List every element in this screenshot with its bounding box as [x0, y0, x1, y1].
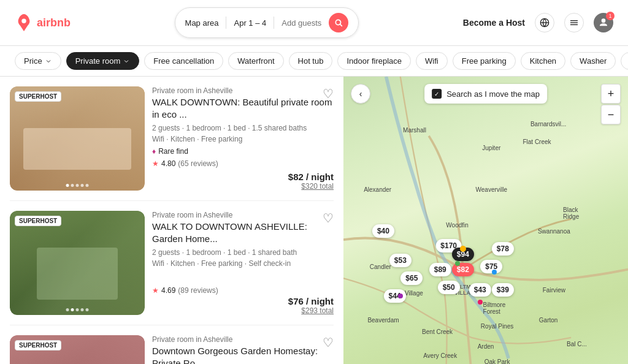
listing-type: Private room in Asheville	[152, 86, 334, 95]
become-host-link[interactable]: Become a Host	[463, 18, 525, 28]
superhost-badge: SUPERHOST	[15, 216, 61, 226]
map-city-label: Marshall	[403, 127, 426, 134]
dot	[81, 308, 84, 311]
dot	[76, 308, 79, 311]
listing-type: Private room in Asheville	[152, 335, 334, 344]
map-price-pin[interactable]: $89	[429, 263, 451, 276]
airbnb-logo-icon	[15, 13, 33, 32]
filter-price[interactable]: Price	[15, 52, 61, 70]
listing-info-3: ♡ Private room in Asheville Downtown Gor…	[152, 335, 334, 364]
listing-rating: ★ 4.69 (89 reviews)	[152, 286, 334, 295]
listing-title[interactable]: Downtown Gorgeous Garden Homestay: Priva…	[152, 345, 334, 364]
header: airbnb Map area Apr 1 – 4 Add guests Bec…	[0, 0, 628, 46]
filter-free-cancellation[interactable]: Free cancellation	[144, 52, 223, 70]
map-back-button[interactable]: ‹	[351, 84, 370, 104]
price-total: $320 total	[288, 182, 334, 191]
map-city-label: BiltmoreForest	[483, 301, 506, 315]
map-city-label: Garton	[539, 316, 558, 323]
image-dots	[66, 308, 89, 311]
listing-details: 2 guests · 1 bedroom · 1 bed · 1.5 share…	[152, 124, 334, 132]
filter-wifi[interactable]: Wifi	[416, 52, 448, 70]
notification-badge: 1	[606, 12, 615, 20]
price-total: $293 total	[288, 306, 334, 315]
map-price-pin[interactable]: $78	[492, 242, 514, 256]
user-avatar[interactable]: 1	[594, 13, 613, 32]
dot	[86, 184, 89, 187]
search-location: Map area	[185, 18, 219, 28]
map-city-label: Alexander	[364, 186, 391, 192]
filter-dryer[interactable]: Dryer	[621, 52, 628, 70]
map-city-label: Candler	[370, 263, 391, 270]
map-city-label: Barnardsvil...	[530, 121, 566, 127]
map-city-label: Bal C...	[567, 340, 587, 347]
listing-price-1: $82 / night $320 total	[288, 172, 334, 191]
price-per-night: $82 / night	[288, 172, 334, 182]
map-dot	[455, 261, 460, 266]
header-search-bar[interactable]: Map area Apr 1 – 4 Add guests	[175, 7, 359, 38]
dot	[71, 184, 74, 187]
filter-waterfront[interactable]: Waterfront	[228, 52, 283, 70]
dot	[81, 184, 84, 187]
map-city-label: Royal Pines	[481, 322, 513, 329]
filter-washer[interactable]: Washer	[570, 52, 616, 70]
image-dots	[66, 184, 89, 187]
map-city-label: Weaverville	[476, 186, 508, 192]
listing-image-1[interactable]: SUPERHOST	[10, 86, 145, 191]
dot	[66, 184, 69, 187]
map-panel[interactable]: Petersbur Marshall Jupiter Flat Creek Ba…	[343, 77, 628, 364]
filter-indoor-fireplace[interactable]: Indoor fireplace	[337, 52, 411, 70]
map-dot	[460, 246, 466, 252]
filter-private-room[interactable]: Private room	[66, 52, 140, 70]
search-divider	[226, 17, 226, 29]
search-dates: Apr 1 – 4	[234, 18, 266, 28]
wishlist-button-3[interactable]: ♡	[323, 335, 334, 350]
language-button[interactable]	[535, 13, 554, 32]
listing-image-3[interactable]: SUPERHOST	[10, 335, 145, 364]
listing-card: SUPERHOST ♡ Private room in Asheville Do…	[10, 335, 334, 364]
map-price-pin[interactable]: $39	[492, 283, 514, 297]
listing-type: Private room in Asheville	[152, 211, 334, 219]
filters-bar: Price Private room Free cancellation Wat…	[0, 46, 628, 77]
map-city-label: Oak Park	[484, 358, 510, 364]
listing-title[interactable]: WALK TO DOWNTOWN ASHEVILLE: Garden Home.…	[152, 221, 334, 245]
svg-point-0	[336, 20, 341, 25]
map-city-label: Beaverdam	[367, 316, 399, 323]
map-dot	[478, 300, 483, 305]
map-price-pin[interactable]: $50	[438, 281, 460, 294]
listing-details: 2 guests · 1 bedroom · 1 bed · 1 shared …	[152, 248, 334, 257]
dot	[86, 308, 89, 311]
header-right: Become a Host 1	[463, 13, 613, 32]
airbnb-logo[interactable]: airbnb	[15, 13, 71, 32]
map-city-label: Bent Creek	[422, 328, 453, 335]
map-city-label: Flat Creek	[523, 138, 551, 145]
map-city-label: Arden	[478, 343, 494, 350]
map-price-pin[interactable]: $53	[389, 254, 412, 267]
filter-free-parking[interactable]: Free parking	[453, 52, 516, 70]
search-guests: Add guests	[281, 18, 321, 28]
map-price-pin[interactable]: $65	[400, 271, 423, 285]
map-city-label: Swannanoa	[538, 227, 570, 234]
map-dot	[492, 270, 497, 275]
listing-image-2[interactable]: SUPERHOST	[10, 211, 145, 315]
main-content: SUPERHOST ♡ Private room in Asheville WA…	[0, 77, 628, 364]
dot	[76, 184, 79, 187]
wishlist-button-1[interactable]: ♡	[323, 86, 334, 101]
wishlist-button-2[interactable]: ♡	[323, 211, 334, 226]
filter-hot-tub[interactable]: Hot tub	[289, 52, 333, 70]
map-price-pin[interactable]: $43	[469, 283, 491, 297]
filter-kitchen[interactable]: Kitchen	[521, 52, 565, 70]
search-as-move-label: Search as I move the map	[446, 89, 540, 99]
listing-info-2: ♡ Private room in Asheville WALK TO DOWN…	[152, 211, 334, 315]
svg-line-1	[340, 25, 342, 26]
map-price-pin[interactable]: $40	[372, 224, 394, 238]
rare-find-badge: ♦ Rare find	[152, 147, 334, 156]
dot	[66, 308, 69, 311]
listing-title[interactable]: WALK DOWNTOWN: Beautiful private room in…	[152, 96, 334, 120]
zoom-in-button[interactable]: +	[601, 84, 621, 104]
zoom-out-button[interactable]: −	[601, 105, 621, 124]
search-as-move-checkbox[interactable]: ✓ Search as I move the map	[424, 84, 547, 104]
search-button[interactable]	[329, 13, 348, 32]
menu-button[interactable]	[564, 13, 584, 32]
star-icon: ★	[152, 286, 159, 295]
listing-card: SUPERHOST ♡ Private room in Asheville WA…	[10, 211, 334, 325]
